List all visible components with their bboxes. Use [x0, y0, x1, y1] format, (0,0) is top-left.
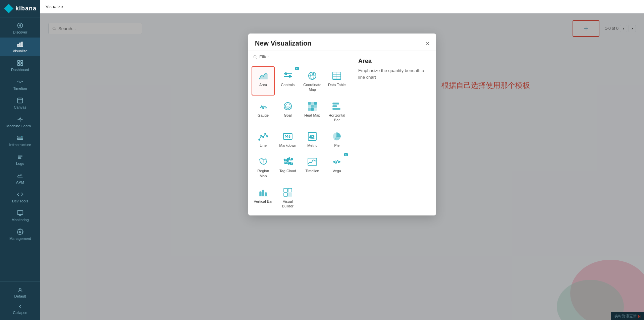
sidebar-item-logs[interactable]: Logs [0, 150, 40, 169]
viz-item-gauge-label: Gauge [258, 113, 269, 118]
svg-text:42: 42 [309, 134, 315, 139]
viz-item-visual-builder[interactable]: Visual Builder [276, 183, 299, 212]
sidebar-item-ml[interactable]: Machine Learn... [0, 113, 40, 131]
svg-text:cloud: cloud [287, 157, 293, 161]
svg-text:</>: </> [333, 159, 340, 164]
data-table-icon [331, 70, 342, 81]
sidebar-item-collapse[interactable]: Collapse [0, 301, 40, 317]
area-chart-icon [258, 70, 269, 81]
chevron-left-icon [17, 304, 23, 310]
modal-description-title: Area [358, 58, 430, 65]
svg-rect-3 [19, 43, 20, 47]
controls-badge: E [295, 67, 299, 70]
svg-rect-45 [333, 72, 341, 79]
svg-point-44 [313, 73, 314, 75]
region-map-icon [258, 156, 269, 167]
svg-point-68 [263, 136, 264, 138]
svg-point-51 [263, 108, 264, 109]
modal-body: Area [248, 51, 436, 215]
viz-item-horizontal-bar[interactable]: Horizontal Bar [325, 97, 348, 126]
viz-item-pie-label: Pie [334, 143, 339, 148]
viz-item-heat-map[interactable]: Heat Map [301, 97, 324, 126]
viz-item-goal[interactable]: Goal [276, 97, 299, 126]
svg-rect-2 [18, 44, 19, 47]
viz-item-metric[interactable]: 42 Metric [301, 127, 324, 151]
svg-point-67 [261, 135, 262, 136]
sidebar-bottom-label: Default [14, 294, 26, 298]
vertical-bar-icon [258, 187, 269, 198]
viz-item-data-table[interactable]: Data Table [325, 66, 348, 95]
viz-item-vega-label: Vega [333, 169, 341, 173]
viz-item-markdown-label: Markdown [279, 143, 297, 148]
viz-item-pie[interactable]: Pie [325, 127, 348, 151]
modal-left-panel: Area [248, 51, 352, 215]
svg-rect-5 [18, 61, 20, 63]
gear-icon [17, 229, 23, 235]
filter-input[interactable] [259, 54, 347, 59]
viz-item-markdown[interactable]: Markdown [276, 127, 299, 151]
sidebar-collapse-label: Collapse [13, 311, 28, 315]
sidebar-item-canvas[interactable]: Canvas [0, 94, 40, 113]
viz-item-coordinate-map[interactable]: Coordinate Map [301, 66, 324, 95]
viz-item-controls-label: Controls [281, 82, 294, 87]
sidebar-item-dashboard[interactable]: Dashboard [0, 56, 40, 75]
svg-point-69 [265, 133, 266, 134]
svg-point-34 [254, 55, 256, 58]
viz-item-vega[interactable]: </> Vega [325, 152, 348, 177]
sidebar-item-default[interactable]: Default [0, 284, 40, 301]
viz-item-region-map[interactable]: Region Map [252, 152, 275, 182]
svg-rect-60 [308, 108, 311, 111]
vega-icon: </> [331, 156, 342, 167]
svg-point-29 [19, 288, 21, 290]
modal-header: New Visualization × [248, 34, 436, 51]
sidebar-item-label: Dashboard [11, 68, 29, 72]
horizontal-bar-icon [331, 101, 342, 112]
svg-text:viz: viz [288, 162, 293, 165]
modal-right-panel: Area Emphasize the quantity beneath a li… [352, 51, 436, 215]
viz-item-line[interactable]: Line [252, 127, 275, 151]
sidebar-item-management[interactable]: Management [0, 225, 40, 244]
sidebar-item-label: Canvas [14, 105, 26, 109]
apm-icon [17, 172, 23, 179]
viz-item-vertical-bar-label: Vertical Bar [254, 199, 273, 204]
svg-rect-81 [260, 192, 261, 196]
tag-cloud-icon: tag cloud words viz [282, 156, 293, 167]
svg-point-18 [21, 136, 22, 137]
viz-item-timelion[interactable]: Timelion [301, 152, 324, 182]
svg-rect-4 [21, 42, 22, 47]
timelion-icon [307, 156, 318, 167]
svg-point-28 [19, 231, 21, 233]
svg-rect-59 [314, 105, 317, 108]
svg-rect-58 [311, 105, 314, 108]
svg-rect-88 [288, 193, 292, 196]
viz-item-visual-builder-label: Visual Builder [278, 199, 297, 209]
svg-rect-63 [333, 103, 339, 104]
svg-point-11 [19, 119, 21, 120]
viz-item-area[interactable]: Area [252, 66, 275, 95]
svg-line-35 [256, 58, 257, 58]
compass-icon [17, 22, 23, 29]
sidebar-item-infrastructure[interactable]: Infrastructure [0, 131, 40, 150]
sidebar-item-visualize[interactable]: Visualize [0, 38, 40, 56]
viz-item-tag-cloud-label: Tag Cloud [279, 169, 296, 173]
modal-close-button[interactable]: × [426, 41, 429, 47]
grid-icon [17, 60, 23, 66]
chart-icon [17, 41, 23, 48]
viz-item-coordinate-map-label: Coordinate Map [303, 82, 322, 92]
heat-map-icon [307, 101, 318, 112]
sidebar-item-discover[interactable]: Discover [0, 19, 40, 38]
sidebar-bottom: Default Collapse [0, 281, 40, 320]
viz-item-tag-cloud[interactable]: tag cloud words viz Tag Cloud [276, 152, 299, 182]
svg-rect-57 [308, 105, 311, 108]
gauge-icon [258, 101, 269, 112]
sidebar-item-apm[interactable]: APM [0, 169, 40, 188]
sidebar-item-devtools[interactable]: Dev Tools [0, 188, 40, 206]
svg-point-53 [285, 104, 290, 109]
viz-item-vertical-bar[interactable]: Vertical Bar [252, 183, 275, 212]
sidebar-item-timelion[interactable]: Timelion [0, 75, 40, 94]
modal-overlay: New Visualization × [40, 13, 644, 320]
sidebar-item-label: APM [16, 180, 24, 184]
modal-filter[interactable] [248, 51, 352, 63]
viz-item-gauge[interactable]: Gauge [252, 97, 275, 126]
sidebar-item-monitoring[interactable]: Monitoring [0, 206, 40, 225]
